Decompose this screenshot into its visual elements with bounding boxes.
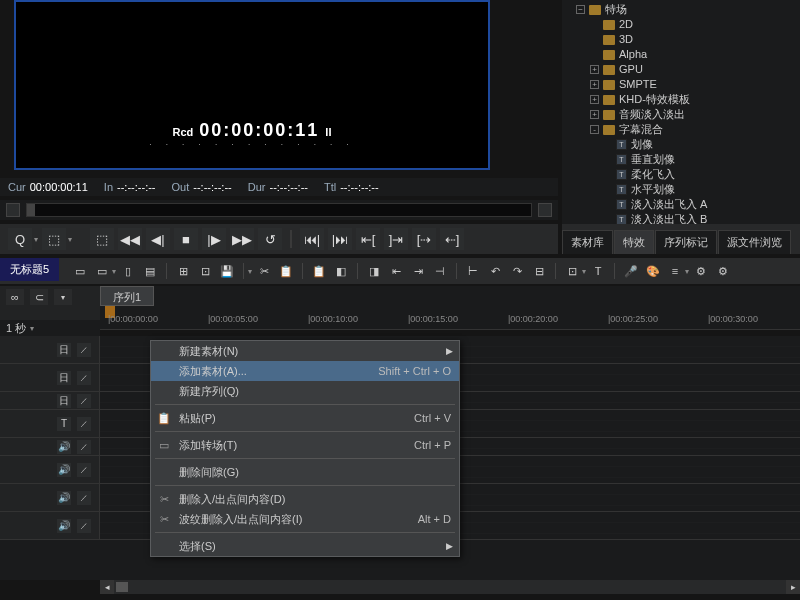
fx-folder[interactable]: +GPU: [590, 62, 800, 77]
toolbar-button[interactable]: ⚙: [691, 261, 711, 281]
fx-folder[interactable]: Alpha: [590, 47, 800, 62]
timeline-ruler[interactable]: |00:00:00:00|00:00:05:00|00:00:10:00|00:…: [100, 306, 800, 330]
toolbar-button[interactable]: 🎨: [643, 261, 663, 281]
toolbar-button[interactable]: ≡: [665, 261, 685, 281]
fx-folder[interactable]: -字幕混合: [590, 122, 800, 137]
mark-button[interactable]: |⏭: [328, 228, 352, 250]
fx-folder[interactable]: +音频淡入淡出: [590, 107, 800, 122]
fx-item[interactable]: T划像: [616, 137, 800, 152]
fx-item[interactable]: T水平划像: [616, 182, 800, 197]
track-header[interactable]: T⟋: [0, 410, 100, 437]
fx-folder-root[interactable]: −特场: [576, 2, 800, 17]
playback-button[interactable]: ■: [174, 228, 198, 250]
toolbar-button[interactable]: ⊣: [430, 261, 450, 281]
toolbar-button[interactable]: ⊢: [463, 261, 483, 281]
magnet-tool[interactable]: ∞: [6, 289, 24, 305]
toolbar-button[interactable]: ✂: [254, 261, 274, 281]
toolbar-button[interactable]: ◧: [331, 261, 351, 281]
sequence-tab[interactable]: 序列1: [100, 286, 154, 306]
playback-button[interactable]: ▶▶: [230, 228, 254, 250]
toolbar-button[interactable]: ▭: [70, 261, 90, 281]
toolbar-button[interactable]: ⊡: [562, 261, 582, 281]
toolbar-button[interactable]: ▯: [118, 261, 138, 281]
playback-button[interactable]: |▶: [202, 228, 226, 250]
track-header[interactable]: 🔊⟋: [0, 438, 100, 455]
toolbar-button[interactable]: ◨: [364, 261, 384, 281]
out-value[interactable]: --:--:--:--: [193, 181, 231, 193]
effects-tab[interactable]: 素材库: [562, 230, 613, 254]
toolbar-button[interactable]: ⊟: [529, 261, 549, 281]
timeline-scrollbar[interactable]: ◂ ▸: [100, 580, 800, 594]
context-menu-item[interactable]: 删除间隙(G): [151, 462, 459, 482]
toolbar-button[interactable]: ↷: [507, 261, 527, 281]
playback-button[interactable]: ⬚: [90, 228, 114, 250]
scrub-mark-button[interactable]: [6, 203, 20, 217]
track-header[interactable]: 日⟋: [0, 364, 100, 391]
transport-mode-button[interactable]: ⬚: [42, 228, 66, 250]
track-pattern-icon[interactable]: ⟋: [77, 394, 91, 408]
context-menu-item[interactable]: 新建素材(N)▶: [151, 341, 459, 361]
playback-button[interactable]: ↺: [258, 228, 282, 250]
fx-folder[interactable]: +SMPTE: [590, 77, 800, 92]
in-value[interactable]: --:--:--:--: [117, 181, 155, 193]
track-pattern-icon[interactable]: ⟋: [77, 417, 91, 431]
scroll-right-icon[interactable]: ▸: [786, 580, 800, 594]
effects-tab[interactable]: 源文件浏览: [718, 230, 791, 254]
scrub-end-button[interactable]: [538, 203, 552, 217]
toolbar-button[interactable]: ↶: [485, 261, 505, 281]
track-type-icon[interactable]: 🔊: [57, 491, 71, 505]
context-menu-item[interactable]: 选择(S)▶: [151, 536, 459, 556]
ttl-value[interactable]: --:--:--:--: [340, 181, 378, 193]
scroll-left-icon[interactable]: ◂: [100, 580, 114, 594]
track-type-icon[interactable]: 日: [57, 394, 71, 408]
toolbar-button[interactable]: 📋: [276, 261, 296, 281]
cur-value[interactable]: 00:00:00:11: [30, 181, 88, 193]
fx-folder[interactable]: 2D: [590, 17, 800, 32]
mark-button[interactable]: [⇢: [412, 228, 436, 250]
track-header[interactable]: 🔊⟋: [0, 484, 100, 511]
track-type-icon[interactable]: 🔊: [57, 440, 71, 454]
effects-tab[interactable]: 特效: [614, 230, 654, 254]
track-header[interactable]: 🔊⟋: [0, 512, 100, 539]
track-type-icon[interactable]: 日: [57, 371, 71, 385]
track-pattern-icon[interactable]: ⟋: [77, 371, 91, 385]
transport-mode-button[interactable]: Q: [8, 228, 32, 250]
track-type-icon[interactable]: 日: [57, 343, 71, 357]
track-type-icon[interactable]: 🔊: [57, 463, 71, 477]
toolbar-button[interactable]: 🎤: [621, 261, 641, 281]
toolbar-button[interactable]: 💾: [217, 261, 237, 281]
playback-button[interactable]: ◀|: [146, 228, 170, 250]
mark-button[interactable]: ⏮|: [300, 228, 324, 250]
scroll-thumb[interactable]: [116, 582, 128, 592]
fx-item[interactable]: T淡入淡出飞入 A: [616, 197, 800, 212]
zoom-indicator[interactable]: 1 秒 ▾: [0, 320, 100, 336]
mark-button[interactable]: ⇤[: [356, 228, 380, 250]
track-header[interactable]: 日⟋: [0, 392, 100, 409]
track-header[interactable]: 日⟋: [0, 336, 100, 363]
mark-button[interactable]: ]⇥: [384, 228, 408, 250]
toolbar-button[interactable]: ⇥: [408, 261, 428, 281]
context-menu-item[interactable]: 添加素材(A)...Shift + Ctrl + O: [151, 361, 459, 381]
scrubber[interactable]: [26, 203, 532, 217]
track-pattern-icon[interactable]: ⟋: [77, 491, 91, 505]
tool-drop[interactable]: ▾: [54, 289, 72, 305]
fx-item[interactable]: T淡入淡出飞入 B: [616, 212, 800, 224]
toolbar-button[interactable]: T: [588, 261, 608, 281]
fx-item[interactable]: T垂直划像: [616, 152, 800, 167]
track-type-icon[interactable]: 🔊: [57, 519, 71, 533]
fx-folder[interactable]: 3D: [590, 32, 800, 47]
toolbar-button[interactable]: ⊡: [195, 261, 215, 281]
toolbar-button[interactable]: ⊞: [173, 261, 193, 281]
track-pattern-icon[interactable]: ⟋: [77, 519, 91, 533]
link-tool[interactable]: ⊂: [30, 289, 48, 305]
toolbar-button[interactable]: 📋: [309, 261, 329, 281]
playback-button[interactable]: ◀◀: [118, 228, 142, 250]
toolbar-button[interactable]: ▭: [92, 261, 112, 281]
track-type-icon[interactable]: T: [57, 417, 71, 431]
track-header[interactable]: 🔊⟋: [0, 456, 100, 483]
toolbar-button[interactable]: ⚙: [713, 261, 733, 281]
toolbar-button[interactable]: ▤: [140, 261, 160, 281]
track-pattern-icon[interactable]: ⟋: [77, 440, 91, 454]
context-menu-item[interactable]: 新建序列(Q): [151, 381, 459, 401]
track-pattern-icon[interactable]: ⟋: [77, 463, 91, 477]
